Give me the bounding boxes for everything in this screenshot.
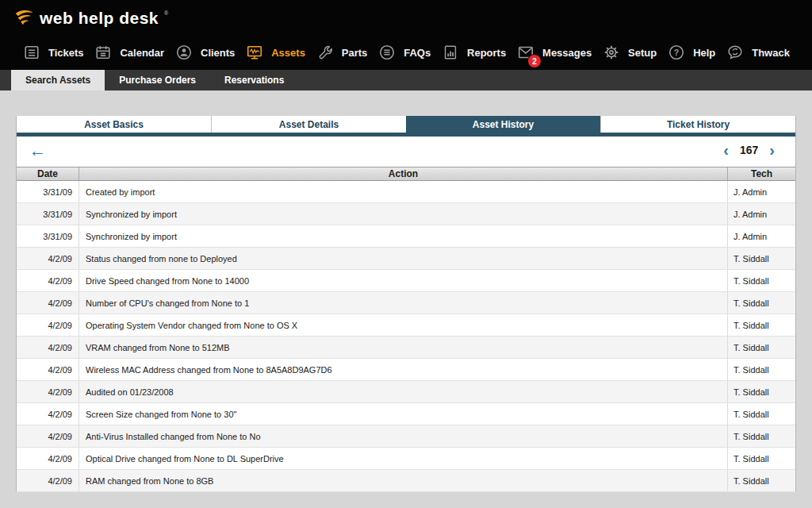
nav-item-calendar[interactable]: Calendar xyxy=(94,43,164,62)
nav-label: Calendar xyxy=(120,47,164,59)
cell-tech: T. Siddall xyxy=(728,425,795,447)
table-header: Date Action Tech xyxy=(17,167,795,181)
asset-history-table: Date Action Tech 3/31/09 Created by impo… xyxy=(17,167,795,492)
cell-tech: T. Siddall xyxy=(728,381,795,402)
nav-label: Clients xyxy=(201,47,235,59)
nav-item-reports[interactable]: Reports xyxy=(441,43,506,62)
cell-tech: T. Siddall xyxy=(728,270,795,291)
history-toolbar: ← ‹ 167 › xyxy=(17,137,795,167)
cell-action: RAM changed from None to 8GB xyxy=(79,470,728,491)
table-row: 4/2/09 Operating System Vendor changed f… xyxy=(17,314,795,337)
cell-tech: T. Siddall xyxy=(728,359,795,380)
cell-action: Wireless MAC Address changed from None t… xyxy=(79,359,728,380)
nav-item-setup[interactable]: Setup xyxy=(602,43,657,62)
messages-icon: 2 xyxy=(516,43,535,62)
logo-text: web help desk xyxy=(40,9,159,28)
nav-item-faqs[interactable]: FAQs xyxy=(377,43,431,62)
back-arrow-icon[interactable]: ← xyxy=(29,141,46,160)
cell-date: 4/2/09 xyxy=(17,292,79,314)
cell-action: VRAM changed from None to 512MB xyxy=(79,337,728,358)
nav-item-thwack[interactable]: Thwack xyxy=(726,43,790,62)
messages-unread-badge: 2 xyxy=(528,55,541,67)
nav-item-help[interactable]: ? Help xyxy=(667,43,715,62)
cell-tech: T. Siddall xyxy=(728,470,795,491)
cell-action: Synchronized by import xyxy=(79,225,728,247)
nav-item-assets[interactable]: Assets xyxy=(245,43,305,62)
sub-tab-bar: Search Assets Purchase Orders Reservatio… xyxy=(0,70,812,90)
cell-tech: T. Siddall xyxy=(728,292,795,314)
cell-action: Screen Size changed from None to 30" xyxy=(79,403,728,425)
cell-tech: T. Siddall xyxy=(728,248,795,269)
cell-date: 4/2/09 xyxy=(17,248,79,269)
nav-item-tickets[interactable]: Tickets xyxy=(22,43,84,62)
table-row: 3/31/09 Synchronized by import J. Admin xyxy=(17,225,795,248)
nav-label: Reports xyxy=(467,47,506,59)
page-number: 167 xyxy=(740,144,758,156)
tab-asset-history[interactable]: Asset History xyxy=(406,116,600,133)
setup-icon xyxy=(602,43,621,62)
subtab-purchase-orders[interactable]: Purchase Orders xyxy=(105,70,210,90)
subtab-search-assets[interactable]: Search Assets xyxy=(11,70,105,90)
nav-item-messages[interactable]: 2 Messages xyxy=(516,43,592,62)
cell-tech: J. Admin xyxy=(728,203,795,225)
table-row: 4/2/09 Wireless MAC Address changed from… xyxy=(17,359,795,381)
cell-action: Created by import xyxy=(79,181,728,202)
cell-date: 4/2/09 xyxy=(17,314,79,336)
nav-label: Setup xyxy=(628,47,657,59)
nav-label: Parts xyxy=(342,47,368,59)
table-row: 3/31/09 Synchronized by import J. Admin xyxy=(17,203,795,225)
cell-tech: J. Admin xyxy=(728,181,795,202)
subtab-reservations[interactable]: Reservations xyxy=(210,70,298,90)
cell-date: 4/2/09 xyxy=(17,337,79,358)
cell-date: 4/2/09 xyxy=(17,470,79,491)
cell-tech: J. Admin xyxy=(728,225,795,247)
cell-date: 4/2/09 xyxy=(17,425,79,447)
logo-trademark: ® xyxy=(164,10,168,16)
solarwinds-swirl-icon xyxy=(13,8,35,29)
table-row: 4/2/09 Drive Speed changed from None to … xyxy=(17,270,795,292)
reports-icon xyxy=(441,43,460,62)
cell-date: 4/2/09 xyxy=(17,448,79,469)
cell-date: 4/2/09 xyxy=(17,359,79,380)
table-row: 4/2/09 Audited on 01/23/2008 T. Siddall xyxy=(17,381,795,403)
table-row: 3/31/09 Created by import J. Admin xyxy=(17,181,795,203)
cell-action: Drive Speed changed from None to 14000 xyxy=(79,270,728,291)
tab-asset-basics[interactable]: Asset Basics xyxy=(17,116,211,133)
nav-item-parts[interactable]: Parts xyxy=(316,43,368,62)
table-row: 4/2/09 Screen Size changed from None to … xyxy=(17,403,795,425)
cell-date: 3/31/09 xyxy=(17,181,79,202)
nav-label: Messages xyxy=(542,47,592,59)
help-icon: ? xyxy=(667,43,686,62)
next-page-icon[interactable]: › xyxy=(769,143,775,157)
nav-label: FAQs xyxy=(404,47,431,59)
clients-icon xyxy=(174,43,193,62)
cell-date: 4/2/09 xyxy=(17,270,79,291)
tab-ticket-history[interactable]: Ticket History xyxy=(600,116,795,133)
table-row: 4/2/09 Status changed from none to Deplo… xyxy=(17,248,795,270)
cell-action: Status changed from none to Deployed xyxy=(79,248,728,269)
app-logo[interactable]: web help desk ® xyxy=(13,8,167,29)
assets-icon xyxy=(245,43,264,62)
cell-tech: T. Siddall xyxy=(728,337,795,358)
nav-label: Help xyxy=(693,47,715,59)
cell-action: Audited on 01/23/2008 xyxy=(79,381,728,402)
cell-tech: T. Siddall xyxy=(728,314,795,336)
cell-date: 4/2/09 xyxy=(17,403,79,425)
cell-action: Optical Drive changed from None to DL Su… xyxy=(79,448,728,469)
nav-label: Tickets xyxy=(48,47,84,59)
cell-tech: T. Siddall xyxy=(728,403,795,425)
column-header-date: Date xyxy=(17,167,79,180)
prev-page-icon[interactable]: ‹ xyxy=(723,143,729,157)
table-row: 4/2/09 Anti-Virus Installed changed from… xyxy=(17,425,795,448)
parts-icon xyxy=(316,43,335,62)
tab-asset-details[interactable]: Asset Details xyxy=(211,116,406,133)
table-row: 4/2/09 VRAM changed from None to 512MB T… xyxy=(17,337,795,359)
calendar-icon xyxy=(94,43,113,62)
nav-item-clients[interactable]: Clients xyxy=(174,43,235,62)
tickets-icon xyxy=(22,43,41,62)
cell-date: 4/2/09 xyxy=(17,381,79,402)
cell-action: Anti-Virus Installed changed from None t… xyxy=(79,425,728,447)
main-nav: Tickets Calendar Clients xyxy=(0,37,812,68)
cell-tech: T. Siddall xyxy=(728,448,795,469)
svg-text:?: ? xyxy=(674,48,679,57)
